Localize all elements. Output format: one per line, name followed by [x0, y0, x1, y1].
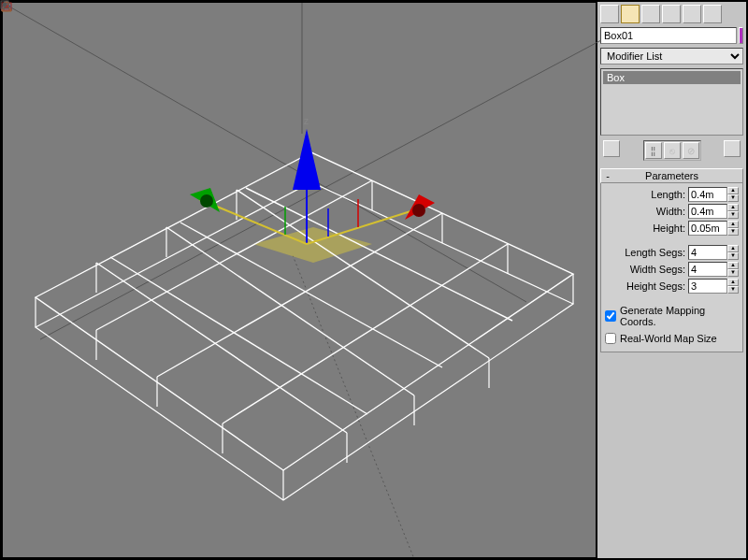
width-segs-label: Width Segs:: [630, 264, 685, 275]
gizmo-x-axis: [307, 207, 425, 244]
wireframe-scene: z: [3, 3, 601, 559]
create-tab[interactable]: [600, 5, 619, 23]
length-label: Length:: [651, 189, 685, 200]
object-color-swatch[interactable]: [739, 27, 743, 44]
make-unique-button[interactable]: ⎋: [664, 142, 681, 159]
svg-rect-45: [3, 3, 7, 7]
width-segs-spin-down[interactable]: ▼: [727, 269, 739, 277]
show-end-result-button[interactable]: ¦¦: [645, 142, 662, 159]
generate-mapping-label: Generate Mapping Coords.: [620, 305, 739, 327]
hierarchy-tab[interactable]: [641, 5, 660, 23]
utilities-tab[interactable]: [703, 5, 722, 23]
svg-line-0: [3, 3, 526, 302]
object-name-input[interactable]: [600, 27, 737, 44]
modifier-list-dropdown[interactable]: Modifier List: [600, 48, 743, 65]
svg-point-33: [412, 204, 425, 217]
height-spin-up[interactable]: ▲: [727, 221, 739, 228]
svg-text:z: z: [304, 116, 309, 126]
panel-filler: [597, 352, 746, 558]
command-panel-tabs: [597, 2, 746, 25]
length-segs-spin-down[interactable]: ▼: [727, 252, 739, 260]
parameters-rollout-body: Length: ▲▼ Width: ▲▼ Height: ▲▼: [600, 183, 743, 352]
real-world-label: Real-World Map Size: [620, 333, 717, 344]
svg-line-6: [96, 263, 347, 433]
height-segs-input[interactable]: [688, 279, 727, 294]
command-panel: Modifier List Box ¦¦ ⎋ ⊘ - Parameters Le…: [597, 2, 746, 558]
svg-marker-4: [253, 227, 372, 263]
svg-line-14: [223, 244, 508, 424]
svg-line-11: [110, 257, 367, 414]
remove-modifier-button[interactable]: ⊘: [683, 142, 699, 159]
width-segs-spin-up[interactable]: ▲: [727, 262, 739, 269]
length-spin-down[interactable]: ▼: [727, 194, 739, 202]
perspective-viewport[interactable]: z: [2, 2, 597, 558]
height-segs-spin-up[interactable]: ▲: [727, 279, 739, 286]
height-input[interactable]: [688, 221, 727, 236]
width-spin-down[interactable]: ▼: [727, 211, 739, 219]
length-segs-input[interactable]: [688, 245, 727, 260]
configure-sets-button[interactable]: [724, 140, 741, 157]
motion-tab[interactable]: [662, 5, 681, 23]
length-segs-label: Length Segs:: [625, 247, 685, 258]
width-input[interactable]: [688, 204, 727, 219]
modify-tab[interactable]: [621, 5, 640, 23]
length-input[interactable]: [688, 187, 727, 202]
svg-line-2: [293, 255, 414, 559]
rollout-toggle-icon: -: [601, 170, 614, 181]
width-segs-input[interactable]: [688, 262, 727, 277]
height-segs-spin-down[interactable]: ▼: [727, 286, 739, 294]
svg-point-34: [200, 194, 213, 208]
width-label: Width:: [656, 206, 685, 217]
generate-mapping-checkbox[interactable]: [605, 310, 616, 322]
stack-item-box[interactable]: Box: [603, 71, 741, 84]
parameters-rollout-header[interactable]: - Parameters: [600, 168, 743, 183]
height-spin-down[interactable]: ▼: [727, 228, 739, 236]
height-segs-label: Height Segs:: [626, 280, 685, 292]
rollout-title: Parameters: [614, 170, 742, 181]
stack-toolbar: ¦¦ ⎋ ⊘: [597, 137, 746, 165]
display-tab[interactable]: [683, 5, 701, 23]
height-label: Height:: [653, 223, 685, 234]
modifier-stack[interactable]: Box: [600, 68, 743, 136]
pin-stack-button[interactable]: [603, 140, 620, 157]
length-segs-spin-up[interactable]: ▲: [727, 245, 739, 252]
width-spin-up[interactable]: ▲: [727, 204, 739, 211]
length-spin-up[interactable]: ▲: [727, 187, 739, 194]
real-world-checkbox[interactable]: [605, 333, 616, 344]
